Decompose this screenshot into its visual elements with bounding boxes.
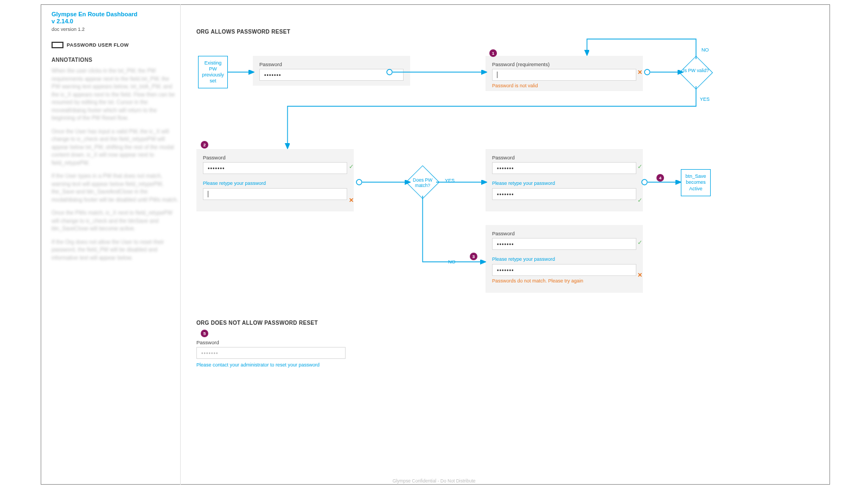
password-input[interactable]: ••••••• <box>492 162 636 174</box>
check-icon: ✓ <box>636 163 643 170</box>
cross-icon: ✕ <box>636 68 643 76</box>
legend-box-icon <box>52 42 63 48</box>
badge-num: 1 <box>492 51 494 56</box>
legend: PASSWORD USER FLOW <box>52 42 179 48</box>
node-existing-pw-label: Existing PW previously set <box>201 60 225 85</box>
cross-icon: ✕ <box>347 196 355 204</box>
password-mask: ••••••• <box>497 267 514 273</box>
contact-admin-text: Please contact your administrator to res… <box>196 362 346 368</box>
annotation-badge-2: 2 <box>201 141 208 149</box>
annotation-badge-5: 5 <box>201 330 208 337</box>
node-save-active: btn_Save becomes Active <box>681 169 711 196</box>
retype-prompt: Please retype your password <box>203 181 347 186</box>
card-retype-match: Password ••••••• Please retype your pass… <box>486 149 643 211</box>
annotations-heading: ANNOTATIONS <box>52 57 179 63</box>
field-label: Password <box>196 339 346 345</box>
badge-num: 5 <box>203 331 206 336</box>
card-password-disabled: Password ••••••• Please contact your adm… <box>196 339 346 368</box>
password-mask: ••••••• <box>497 165 514 171</box>
field-label: Password <box>259 61 404 67</box>
password-input-disabled: ••••••• <box>196 347 346 359</box>
check-icon: ✓ <box>636 196 643 204</box>
check-icon: ✓ <box>347 163 355 170</box>
password-mask: ••••••• <box>208 165 225 171</box>
check-icon: ✓ <box>636 239 643 246</box>
badge-num: 3 <box>473 254 475 259</box>
section-title-deny: ORG DOES NOT ALLOW PASSWORD RESET <box>196 320 318 326</box>
edge-label-no: NO <box>701 47 709 53</box>
annotation-badge-3: 3 <box>470 253 477 260</box>
product-title: Glympse En Route Dashboard <box>52 11 179 17</box>
error-mismatch: Passwords do not match. Please try again <box>492 278 636 284</box>
node-save-active-label: btn_Save becomes Active <box>684 173 708 192</box>
password-mask: ••••••• <box>264 72 282 78</box>
decision-pw-match-label: Does PW match? <box>409 178 436 189</box>
card-password-start: Password ••••••• <box>253 56 410 86</box>
edge-label-yes: YES <box>445 178 455 183</box>
password-input[interactable]: ••••••• <box>492 238 636 250</box>
field-label: Password <box>492 230 636 236</box>
edge-label-no: NO <box>448 259 456 265</box>
retype-input[interactable]: ••••••• <box>492 188 636 200</box>
password-input[interactable]: ••••••• <box>259 69 404 81</box>
card-retype-initial: Password ••••••• Please retype your pass… <box>196 149 354 211</box>
edge-label-yes: YES <box>700 96 710 102</box>
annotation-badge-4: 4 <box>656 174 664 182</box>
field-label: Password <box>203 155 347 160</box>
field-label: Password (requirements) <box>492 61 636 67</box>
password-mask: ••••••• <box>497 191 514 197</box>
section-title-allow: ORG ALLOWS PASSWORD RESET <box>196 29 290 35</box>
error-invalid: Password is not valid <box>492 83 636 88</box>
retype-prompt: Please retype your password <box>492 256 636 262</box>
field-label: Password <box>492 155 636 160</box>
password-mask: ••••••• <box>201 350 219 356</box>
sidebar: Glympse En Route Dashboard v 2.14.0 doc … <box>52 11 179 267</box>
badge-num: 4 <box>659 176 661 181</box>
product-version: v 2.14.0 <box>52 18 179 24</box>
annotations-blurred: When the user clicks in the txt_PW, the … <box>52 67 179 262</box>
cross-icon: ✕ <box>636 271 643 279</box>
node-existing-pw: Existing PW previously set <box>198 56 228 88</box>
footer-confidential: Glympse Confidential - Do Not Distribute <box>0 478 868 484</box>
password-input[interactable] <box>492 69 636 81</box>
legend-label: PASSWORD USER FLOW <box>67 42 129 48</box>
sidebar-divider <box>180 4 181 485</box>
card-retype-mismatch: Password ••••••• Please retype your pass… <box>486 225 643 293</box>
retype-input[interactable]: ••••••• <box>492 264 636 276</box>
retype-prompt: Please retype your password <box>492 181 636 186</box>
doc-version: doc version 1.2 <box>52 27 179 32</box>
card-password-requirements: Password (requirements) Password is not … <box>486 56 643 91</box>
password-mask: ••••••• <box>497 241 514 247</box>
annotation-badge-1: 1 <box>489 49 497 57</box>
password-input[interactable]: ••••••• <box>203 162 347 174</box>
retype-input[interactable] <box>203 188 347 200</box>
decision-is-pw-valid-label: Is PW valid? <box>682 68 710 74</box>
badge-num: 2 <box>203 143 206 147</box>
